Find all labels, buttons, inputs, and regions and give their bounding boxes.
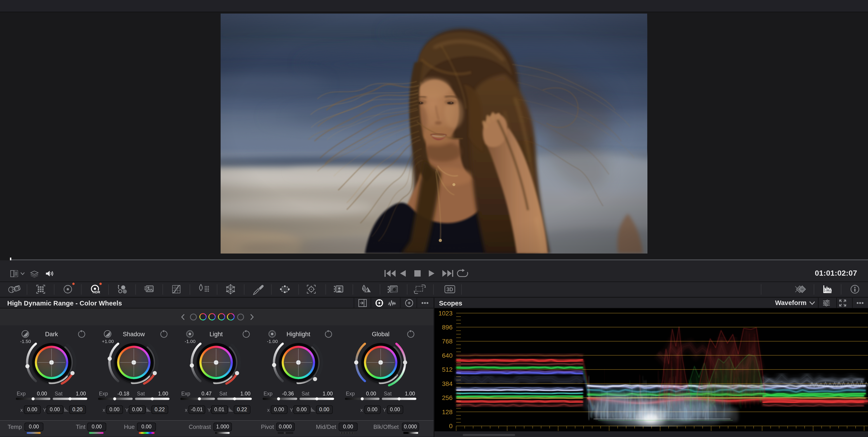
- svg-text:128: 128: [442, 409, 452, 415]
- svg-text:3D: 3D: [446, 286, 453, 292]
- svg-text:896: 896: [442, 324, 452, 331]
- svg-text:1023: 1023: [438, 310, 452, 317]
- svg-text:0: 0: [449, 423, 452, 430]
- svg-text:512: 512: [442, 366, 452, 373]
- svg-text:256: 256: [442, 394, 452, 401]
- svg-text:768: 768: [442, 338, 452, 345]
- svg-text:384: 384: [442, 380, 452, 387]
- svg-text:640: 640: [442, 352, 452, 359]
